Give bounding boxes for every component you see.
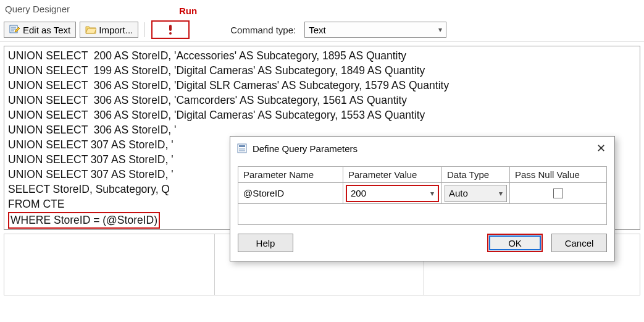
edit-as-text-button[interactable]: Edit as Text xyxy=(4,22,76,38)
svg-rect-4 xyxy=(239,145,245,147)
help-button[interactable]: Help xyxy=(238,234,293,252)
chevron-down-icon: ▾ xyxy=(499,189,503,198)
sql-line: UNION SELECT 307 AS StoreID, ' xyxy=(8,138,174,151)
dialog-icon xyxy=(236,143,248,154)
param-name-cell: @StoreID xyxy=(238,183,343,204)
data-type-cell: Auto ▾ xyxy=(442,183,510,204)
cancel-button[interactable]: Cancel xyxy=(551,234,607,252)
sql-line: UNION SELECT 306 AS StoreID, ' xyxy=(8,124,176,136)
table-row: @StoreID 200 ▾ Auto ▾ xyxy=(238,183,607,204)
run-annotation: Run xyxy=(179,6,197,16)
chevron-down-icon: ▾ xyxy=(438,25,442,34)
pass-null-checkbox[interactable] xyxy=(553,189,563,198)
col-pass-null: Pass Null Value xyxy=(510,167,607,183)
data-type-text: Auto xyxy=(449,188,468,198)
sql-line: UNION SELECT 306 AS StoreID, 'Digital SL… xyxy=(8,79,449,91)
exclamation-icon xyxy=(165,24,176,35)
chevron-down-icon: ▾ xyxy=(430,189,434,198)
import-label: Import... xyxy=(99,25,133,35)
svg-rect-5 xyxy=(239,148,245,150)
svg-point-2 xyxy=(169,32,172,35)
col-parameter-value: Parameter Value xyxy=(343,167,442,183)
svg-rect-6 xyxy=(239,150,245,151)
param-value-text: 200 xyxy=(351,188,366,198)
sql-where-highlight: WHERE StoreID = (@StoreID) xyxy=(8,212,160,229)
edit-as-text-label: Edit as Text xyxy=(23,25,70,35)
command-type-label: Command type: xyxy=(230,25,296,35)
data-type-select[interactable]: Auto ▾ xyxy=(445,185,507,202)
run-button[interactable] xyxy=(160,24,181,35)
svg-rect-1 xyxy=(169,25,172,31)
sql-line: FROM CTE xyxy=(8,198,64,210)
sql-line: UNION SELECT 200 AS StoreID, 'Accessorie… xyxy=(8,49,406,62)
param-value-select[interactable]: 200 ▾ xyxy=(346,185,439,202)
pencil-sql-icon xyxy=(9,24,20,35)
sql-line: SELECT StoreID, Subcategory, Q xyxy=(8,183,170,195)
define-parameters-dialog: Define Query Parameters ✕ Parameter Name… xyxy=(230,136,615,261)
run-button-highlight xyxy=(151,20,190,39)
col-data-type: Data Type xyxy=(442,167,510,183)
parameters-table: Parameter Name Parameter Value Data Type… xyxy=(238,166,607,225)
close-icon[interactable]: ✕ xyxy=(594,142,608,155)
table-empty-space xyxy=(238,204,607,225)
folder-open-icon xyxy=(85,24,96,35)
dialog-titlebar: Define Query Parameters ✕ xyxy=(230,137,614,160)
col-parameter-name: Parameter Name xyxy=(238,167,343,183)
window-title: Query Designer xyxy=(0,0,644,18)
command-type-value: Text xyxy=(309,25,326,35)
sql-line: UNION SELECT 307 AS StoreID, ' xyxy=(8,153,174,166)
dialog-buttons: Help OK Cancel xyxy=(230,225,614,261)
pass-null-cell xyxy=(510,183,607,204)
toolbar-separator xyxy=(144,22,145,37)
param-value-cell: 200 ▾ xyxy=(343,183,442,204)
toolbar: Run Edit as Text Import... Command type:… xyxy=(0,18,644,42)
ok-button[interactable]: OK xyxy=(487,234,543,252)
import-button[interactable]: Import... xyxy=(80,22,138,38)
sql-line: UNION SELECT 306 AS StoreID, 'Digital Ca… xyxy=(8,109,425,121)
dialog-title: Define Query Parameters xyxy=(253,143,358,154)
sql-line: UNION SELECT 307 AS StoreID, ' xyxy=(8,168,174,180)
sql-line: UNION SELECT 306 AS StoreID, 'Camcorders… xyxy=(8,94,407,106)
command-type-select[interactable]: Text ▾ xyxy=(304,22,446,38)
sql-line: UNION SELECT 199 AS StoreID, 'Digital Ca… xyxy=(8,64,425,77)
